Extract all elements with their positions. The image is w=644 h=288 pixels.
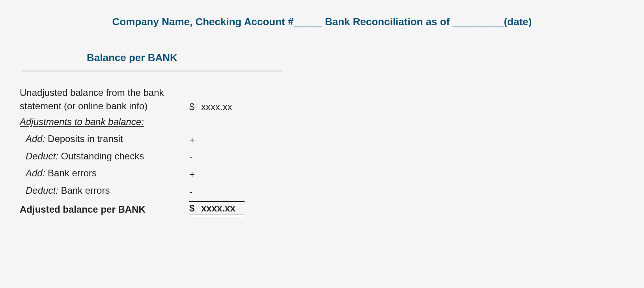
section-divider bbox=[22, 70, 282, 72]
text-deduct-outstanding: Outstanding checks bbox=[58, 151, 144, 161]
label-add-deposits: Add: Deposits in transit bbox=[20, 132, 189, 146]
row-deduct-outstanding: Deduct: Outstanding checks - bbox=[20, 150, 288, 163]
amount-adjusted: xxxx.xx bbox=[201, 203, 245, 214]
sign-deduct-outstanding: - bbox=[189, 151, 201, 163]
sign-deduct-bank-errors: - bbox=[189, 186, 201, 197]
row-unadjusted: Unadjusted balance from the bank stateme… bbox=[20, 86, 288, 112]
row-add-bank-errors: Add: Bank errors + bbox=[20, 166, 288, 180]
row-deduct-bank-errors: Deduct: Bank errors - bbox=[20, 184, 288, 197]
prefix-deduct-bank-errors: Deduct: bbox=[26, 185, 58, 196]
prefix-deduct-outstanding: Deduct: bbox=[26, 151, 58, 161]
document-title: Company Name, Checking Account #_____ Ba… bbox=[20, 16, 624, 28]
section-subtitle: Balance per BANK bbox=[87, 52, 624, 64]
row-adjusted: Adjusted balance per BANK $ xxxx.xx bbox=[20, 201, 288, 216]
adjustments-header: Adjustments to bank balance: bbox=[20, 116, 288, 127]
label-add-bank-errors: Add: Bank errors bbox=[20, 166, 189, 180]
text-add-deposits: Deposits in transit bbox=[45, 133, 123, 144]
reconciliation-table: Unadjusted balance from the bank stateme… bbox=[20, 86, 288, 216]
text-add-bank-errors: Bank errors bbox=[45, 168, 97, 178]
sign-adjusted: $ bbox=[189, 203, 201, 214]
sign-add-bank-errors: + bbox=[189, 169, 201, 180]
text-deduct-bank-errors: Bank errors bbox=[58, 185, 110, 196]
label-unadjusted: Unadjusted balance from the bank stateme… bbox=[20, 86, 189, 112]
row-add-deposits: Add: Deposits in transit + bbox=[20, 132, 288, 146]
amount-unadjusted: xxxx.xx bbox=[201, 101, 245, 112]
label-adjusted: Adjusted balance per BANK bbox=[20, 203, 189, 216]
sign-add-deposits: + bbox=[189, 135, 201, 146]
sign-unadjusted: $ bbox=[189, 101, 201, 112]
label-deduct-bank-errors: Deduct: Bank errors bbox=[20, 184, 189, 197]
label-deduct-outstanding: Deduct: Outstanding checks bbox=[20, 150, 189, 163]
prefix-add-deposits: Add: bbox=[26, 133, 45, 144]
prefix-add-bank-errors: Add: bbox=[26, 168, 45, 178]
